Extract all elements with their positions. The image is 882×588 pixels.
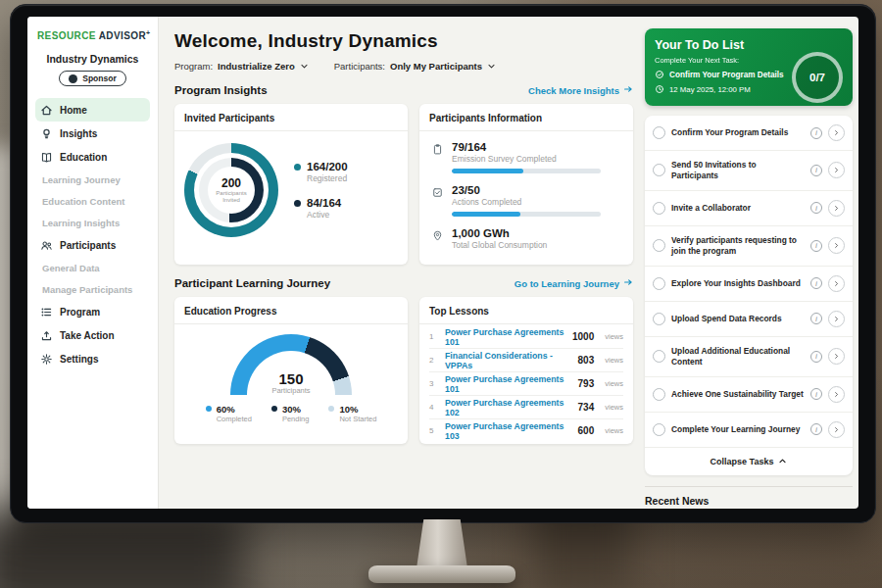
sidebar-item-label: Participants	[60, 240, 116, 251]
photo-background: RESOURCE ADVISOR+ Industry Dynamics Spon…	[0, 0, 882, 588]
chevron-up-icon	[778, 457, 787, 467]
sidebar-item-settings[interactable]: Settings	[35, 347, 150, 370]
sidebar-item-take-action[interactable]: Take Action	[35, 323, 150, 347]
card-title: Education Progress	[174, 297, 408, 324]
next-task-due: 12 May 2025, 12:00 PM	[655, 84, 786, 94]
sidebar-item-home[interactable]: Home	[35, 98, 150, 122]
sidebar-nav: Home Insights Education Learning Journey…	[27, 98, 158, 370]
task-checkbox[interactable]	[653, 126, 665, 139]
list-icon	[40, 306, 53, 318]
chevron-right-icon[interactable]	[828, 311, 845, 327]
sidebar-item-general-data[interactable]: General Data	[27, 257, 158, 278]
sidebar-item-education-content[interactable]: Education Content	[27, 190, 158, 212]
invited-participants-card: Invited Participants 200 Participants In…	[174, 104, 408, 265]
people-icon	[40, 239, 53, 252]
dashboard-screen: RESOURCE ADVISOR+ Industry Dynamics Spon…	[27, 17, 858, 509]
lesson-link[interactable]: Power Purchase Agreements 101	[445, 374, 570, 394]
lesson-row[interactable]: 2 Financial Considerations - VPPAs 803 v…	[429, 349, 623, 372]
todo-progress-ring: 0/7	[792, 52, 843, 103]
task-row[interactable]: Achieve One Sustainability Target	[645, 377, 853, 413]
sidebar-item-learning-journey[interactable]: Learning Journey	[27, 169, 158, 190]
invited-donut-chart: 200 Participants Invited	[184, 143, 278, 237]
task-checkbox[interactable]	[653, 277, 665, 290]
sidebar-item-label: Program	[60, 307, 100, 318]
info-icon[interactable]	[810, 351, 822, 363]
todo-panel: Your To Do List Complete Your Next Task:…	[645, 17, 853, 509]
lesson-row[interactable]: 3 Power Purchase Agreements 101 793 view…	[429, 372, 623, 396]
chevron-down-icon	[487, 62, 496, 71]
sidebar-item-manage-participants[interactable]: Manage Participants	[27, 278, 158, 300]
home-icon	[40, 104, 53, 117]
top-lessons-card: Top Lessons 1 Power Purchase Agreements …	[419, 297, 633, 444]
task-row[interactable]: Upload Additional Educational Content	[645, 337, 853, 377]
lesson-row[interactable]: 1 Power Purchase Agreements 101 1000 vie…	[429, 325, 623, 349]
task-checkbox[interactable]	[653, 313, 665, 325]
sidebar-item-label: Settings	[60, 354, 98, 365]
go-to-learning-journey-link[interactable]: Go to Learning Journey	[514, 277, 633, 289]
chevron-right-icon[interactable]	[828, 124, 845, 141]
collapse-tasks-button[interactable]: Collapse Tasks	[645, 448, 853, 475]
sidebar: RESOURCE ADVISOR+ Industry Dynamics Spon…	[27, 17, 159, 509]
book-icon	[40, 151, 53, 164]
info-icon[interactable]	[810, 165, 822, 176]
lesson-link[interactable]: Power Purchase Agreements 101	[445, 327, 564, 347]
sidebar-item-insights[interactable]: Insights	[35, 122, 150, 145]
task-checkbox[interactable]	[653, 202, 665, 215]
task-row[interactable]: Complete Your Learning Journey	[645, 413, 853, 448]
clock-icon	[655, 84, 664, 94]
sidebar-item-participants[interactable]: Participants	[35, 233, 150, 257]
chevron-right-icon[interactable]	[828, 162, 845, 178]
info-icon[interactable]	[810, 202, 822, 214]
program-insights-heading: Program Insights	[174, 84, 268, 96]
task-checkbox[interactable]	[653, 164, 665, 176]
info-icon[interactable]	[810, 240, 822, 252]
sponsor-badge[interactable]: Sponsor	[59, 71, 125, 86]
chevron-right-icon[interactable]	[828, 275, 845, 292]
lesson-link[interactable]: Financial Considerations - VPPAs	[445, 351, 570, 370]
task-row[interactable]: Explore Your Insights Dashboard	[645, 267, 853, 302]
next-task[interactable]: Confirm Your Program Details	[655, 70, 786, 79]
lesson-link[interactable]: Power Purchase Agreements 102	[445, 398, 570, 417]
task-row[interactable]: Upload Spend Data Records	[645, 302, 853, 337]
participants-filter[interactable]: Participants: Only My Participants	[334, 61, 496, 72]
participants-information-card: Participants Information 79/164 Emission…	[419, 104, 633, 265]
chevron-right-icon[interactable]	[828, 421, 845, 438]
info-icon[interactable]	[810, 127, 822, 139]
chevron-right-icon[interactable]	[828, 200, 845, 217]
task-checkbox[interactable]	[653, 388, 665, 401]
progress-fill	[452, 169, 523, 173]
donut-center-value: 200	[221, 176, 241, 190]
info-icon[interactable]	[810, 423, 822, 435]
task-checkbox[interactable]	[653, 239, 665, 252]
lesson-row[interactable]: 4 Power Purchase Agreements 102 734 view…	[429, 396, 623, 419]
task-checkbox[interactable]	[653, 423, 665, 436]
task-checkbox[interactable]	[653, 350, 665, 363]
info-icon[interactable]	[810, 313, 822, 324]
info-icon[interactable]	[810, 388, 822, 400]
page-title: Welcome, Industry Dynamics	[174, 30, 633, 52]
chevron-right-icon[interactable]	[828, 348, 845, 365]
lesson-row[interactable]: 5 Power Purchase Agreements 103 600 view…	[429, 419, 623, 442]
program-filter[interactable]: Program: Industrialize Zero	[174, 61, 309, 72]
lessons-list: 1 Power Purchase Agreements 101 1000 vie…	[419, 324, 633, 442]
check-more-insights-link[interactable]: Check More Insights	[528, 84, 633, 96]
task-row[interactable]: Verify participants requesting to join t…	[645, 226, 853, 267]
task-row[interactable]: Send 50 Invitations to Participants	[645, 151, 853, 191]
legend-item: 30% Pending	[271, 404, 310, 423]
monitor: RESOURCE ADVISOR+ Industry Dynamics Spon…	[10, 4, 876, 523]
legend-item: 60% Completed	[206, 404, 252, 423]
stat-row: 23/50 Actions Completed	[431, 184, 621, 217]
info-icon[interactable]	[810, 277, 822, 289]
sidebar-item-label: Take Action	[60, 330, 115, 341]
todo-title: Your To Do List	[655, 38, 843, 52]
task-row[interactable]: Confirm Your Program Details	[645, 116, 853, 151]
task-row[interactable]: Invite a Collaborator	[645, 191, 853, 226]
sidebar-item-learning-insights[interactable]: Learning Insights	[27, 212, 158, 233]
sidebar-item-program[interactable]: Program	[35, 300, 150, 323]
chevron-right-icon[interactable]	[828, 386, 845, 403]
sidebar-item-education[interactable]: Education	[35, 145, 150, 169]
sidebar-item-label: Education	[60, 152, 107, 163]
lesson-link[interactable]: Power Purchase Agreements 103	[445, 421, 570, 441]
arrow-right-icon	[623, 84, 633, 96]
chevron-right-icon[interactable]	[828, 237, 845, 254]
